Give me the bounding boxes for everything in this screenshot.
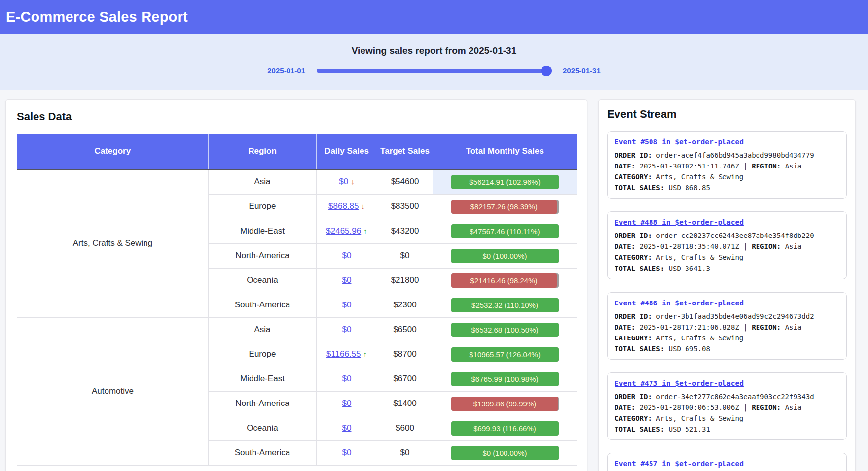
event-total-line: TOTAL SALES: USD 695.08	[615, 343, 839, 354]
event-category-line: CATEGORY: Arts, Crafts & Sewing	[615, 413, 839, 424]
daily-sales-link[interactable]: $868.85	[328, 202, 359, 211]
column-header-daily-sales: Daily Sales	[317, 134, 377, 169]
event-link[interactable]: Event #508 in $et-order-placed	[615, 136, 744, 148]
category-cell: Automotive	[17, 317, 209, 465]
monthly-sales-badge: $47567.46 (110.11%)	[451, 224, 559, 238]
event-total-line: TOTAL SALES: USD 3641.3	[615, 263, 839, 274]
trend-arrow-icon: ↓	[351, 177, 355, 186]
total-monthly-sales-cell: $699.93 (116.66%)	[433, 416, 577, 440]
monthly-sales-badge: $0 (100.00%)	[451, 249, 559, 263]
region-cell: North-America	[209, 391, 317, 416]
region-cell: South-America	[209, 293, 317, 317]
date-slider-thumb[interactable]	[541, 66, 552, 76]
date-slider-fill	[317, 69, 551, 73]
total-sales-value: USD 695.08	[669, 345, 710, 353]
monthly-sales-badge-label: $0 (100.00%)	[482, 252, 527, 260]
total-monthly-sales-cell: $0 (100.00%)	[433, 440, 577, 465]
event-order-line: ORDER ID: order-acef4fa66bd945a3abdd9980…	[615, 150, 839, 161]
separator: |	[743, 404, 747, 411]
table-row: Arts, Crafts & Sewing Asia $0↓ $54600 $5…	[17, 169, 577, 194]
event-category-line: CATEGORY: Arts, Crafts & Sewing	[615, 171, 839, 182]
region-cell: Oceania	[209, 268, 317, 293]
total-monthly-sales-cell: $21416.46 (98.24%)	[433, 268, 577, 293]
date-value: 2025-01-30T02:51:11.746Z	[640, 162, 739, 170]
region-cell: Europe	[209, 342, 317, 367]
total-monthly-sales-cell: $56214.91 (102.96%)	[433, 169, 577, 194]
target-sales-cell: $54600	[377, 169, 433, 194]
order-id-value: order-34ef277c862e4a3eaaf903cc22f9343d	[656, 393, 814, 401]
date-slider-track[interactable]	[317, 69, 551, 73]
total-monthly-sales-cell: $47567.46 (110.11%)	[433, 219, 577, 243]
slider-title: Viewing sales report from 2025-01-31	[0, 34, 868, 56]
daily-sales-cell: $0	[317, 293, 377, 317]
sales-data-card: Sales Data Category Region Daily Sales T…	[5, 99, 587, 471]
region-cell: Asia	[209, 169, 317, 194]
total-monthly-sales-cell: $1399.86 (99.99%)	[433, 391, 577, 416]
order-id-value: order-cc20237cc62443ee87ab4e354f8db220	[656, 232, 814, 239]
total-monthly-sales-cell: $10965.57 (126.04%)	[433, 342, 577, 367]
event-link[interactable]: Event #457 in $et-order-placed	[615, 458, 744, 470]
region-cell: Europe	[209, 194, 317, 219]
daily-sales-link[interactable]: $0	[342, 251, 352, 260]
daily-sales-link[interactable]: $0	[342, 275, 352, 285]
target-sales-cell: $6700	[377, 367, 433, 391]
sales-data-title: Sales Data	[17, 110, 576, 123]
monthly-sales-badge: $2532.32 (110.10%)	[451, 298, 559, 312]
target-sales-cell: $0	[377, 440, 433, 465]
daily-sales-cell: $1166.55↑	[317, 342, 377, 367]
monthly-sales-badge: $699.93 (116.66%)	[451, 421, 559, 436]
category-value: Arts, Crafts & Sewing	[656, 334, 743, 342]
separator: |	[743, 323, 747, 331]
order-id-value: order-acef4fa66bd945a3abdd9980bd434779	[656, 151, 814, 159]
column-header-category: Category	[17, 134, 209, 169]
event-order-line: ORDER ID: order-3b1faad35bde4e06ad99c2c2…	[615, 311, 839, 322]
monthly-sales-badge-label: $0 (100.00%)	[482, 449, 527, 457]
daily-sales-cell: $868.85↓	[317, 194, 377, 219]
event-order-line: ORDER ID: order-34ef277c862e4a3eaaf903cc…	[615, 391, 839, 402]
slider-row: 2025-01-01 2025-01-31	[0, 67, 868, 75]
daily-sales-link[interactable]: $0	[339, 177, 348, 186]
region-value: Asia	[785, 404, 802, 411]
monthly-sales-badge: $6532.68 (100.50%)	[451, 323, 559, 337]
total-sales-value: USD 868.85	[669, 184, 710, 192]
monthly-sales-badge-label: $82157.26 (98.39%)	[470, 202, 538, 211]
event-link[interactable]: Event #488 in $et-order-placed	[615, 217, 744, 228]
target-sales-cell: $0	[377, 243, 433, 268]
event-link[interactable]: Event #486 in $et-order-placed	[615, 298, 744, 309]
daily-sales-link[interactable]: $1166.55	[326, 349, 361, 359]
daily-sales-link[interactable]: $0	[342, 423, 352, 433]
region-cell: Oceania	[209, 416, 317, 440]
order-id-value: order-3b1faad35bde4e06ad99c2c294673dd2	[656, 312, 814, 320]
daily-sales-link[interactable]: $0	[342, 448, 352, 457]
monthly-sales-badge: $56214.91 (102.96%)	[451, 175, 559, 189]
event-date-line: DATE: 2025-01-30T02:51:11.746Z | REGION:…	[615, 161, 839, 171]
event-total-line: TOTAL SALES: USD 521.31	[615, 424, 839, 435]
sales-table: Category Region Daily Sales Target Sales…	[17, 134, 577, 466]
total-monthly-sales-cell: $6765.99 (100.98%)	[433, 367, 577, 391]
app-header: E-Commerce Sales Report	[0, 0, 868, 34]
category-cell: Arts, Crafts & Sewing	[17, 169, 209, 317]
trend-arrow-icon: ↓	[361, 202, 365, 210]
monthly-sales-badge-label: $21416.46 (98.24%)	[470, 276, 538, 285]
monthly-sales-badge-label: $1399.86 (99.99%)	[473, 400, 537, 408]
daily-sales-cell: $0	[317, 268, 377, 293]
region-value: Asia	[785, 162, 802, 170]
event-stream-panel: Event Stream Event #508 in $et-order-pla…	[598, 99, 856, 471]
daily-sales-cell: $0↓	[317, 169, 377, 194]
total-monthly-sales-cell: $0 (100.00%)	[433, 243, 577, 268]
daily-sales-link[interactable]: $0	[342, 300, 352, 309]
daily-sales-link[interactable]: $0	[342, 325, 352, 334]
total-monthly-sales-cell: $2532.32 (110.10%)	[433, 293, 577, 317]
daily-sales-link[interactable]: $0	[342, 399, 352, 408]
daily-sales-cell: $0	[317, 243, 377, 268]
slider-max-label: 2025-01-31	[563, 67, 601, 75]
monthly-sales-badge-label: $10965.57 (126.04%)	[469, 350, 540, 359]
daily-sales-link[interactable]: $2465.96	[326, 226, 361, 236]
main-content: Sales Data Category Region Daily Sales T…	[0, 90, 868, 471]
daily-sales-link[interactable]: $0	[342, 374, 352, 383]
region-cell: South-America	[209, 440, 317, 465]
monthly-sales-badge: $10965.57 (126.04%)	[451, 347, 559, 362]
target-sales-cell: $6500	[377, 317, 433, 342]
event-link[interactable]: Event #473 in $et-order-placed	[615, 378, 744, 389]
event-order-line: ORDER ID: order-cc20237cc62443ee87ab4e35…	[615, 230, 839, 241]
